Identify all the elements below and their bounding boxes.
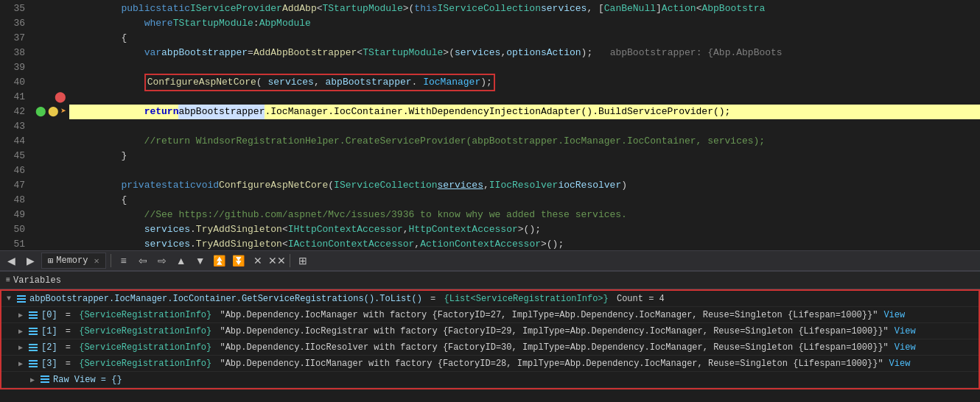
code-line-36: where TStartupModule : AbpModule [69,16,980,31]
svg-rect-16 [41,378,49,380]
toolbar-separator-1 [111,254,111,267]
memory-tab-icon: ⊞ [48,255,53,267]
code-line-49: //See https://github.com/aspnet/Mvc/issu… [69,208,980,222]
var-item-0[interactable]: ▶ [0] = {ServiceRegistrationInfo} "Abp.D… [1,307,979,323]
memory-toolbar[interactable]: ◀ ▶ ⊞ Memory ✕ ≡ ⇦ ⇨ ▲ ▼ ⏫ ⏬ ✕ ✕✕ ⊞ [0,250,980,271]
svg-rect-0 [17,295,26,297]
toolbar-btn-1[interactable]: ≡ [116,253,132,269]
expand-icon[interactable]: ▼ [4,295,13,303]
arrow-icon: ➤ [60,105,66,119]
code-line-38: var abpBootstrapper = AddAbpBootstrapper… [69,46,980,60]
run-icon: ⬤ [35,105,46,119]
list-icon-2 [28,342,38,353]
raw-view-label: Raw View = {} [53,375,122,385]
code-line-35: public static IServiceProvider AddAbp<TS… [69,1,980,16]
svg-rect-17 [41,381,49,383]
var-name-3: [3] [41,359,57,369]
svg-rect-7 [29,331,38,332]
var-type-1: {ServiceRegistrationInfo} [79,326,211,336]
var-type-0: {ServiceRegistrationInfo} [79,310,211,320]
expand-icon-1[interactable]: ▶ [16,327,25,336]
toolbar-btn-5[interactable]: ▼ [192,253,209,269]
var-link-3[interactable]: View [889,359,911,369]
var-val-0: "Abp.Dependency.IocManager with factory … [214,310,878,320]
toolbar-btn-9[interactable]: ✕✕ [269,253,285,269]
svg-rect-12 [29,360,38,362]
code-line-37: { [69,31,980,46]
expand-icon-3[interactable]: ▶ [16,359,25,368]
toolbar-btn-4[interactable]: ▲ [173,253,189,269]
warning-icon: ⬤ [48,105,59,119]
svg-rect-5 [29,317,38,319]
var-item-1[interactable]: ▶ [1] = {ServiceRegistrationInfo} "Abp.D… [1,323,979,339]
svg-rect-2 [17,301,26,303]
svg-rect-13 [29,363,38,364]
main-var-value: Count = 4 [612,294,665,304]
toolbar-btn-7[interactable]: ⏬ [231,253,247,269]
raw-view-row[interactable]: ▶ Raw View = {} [1,372,979,388]
main-var-equals: = [425,294,441,304]
main-variable-row[interactable]: ▼ abpBootstrapper.IocManager.IocContaine… [1,291,979,307]
bottom-section: ◀ ▶ ⊞ Memory ✕ ≡ ⇦ ⇨ ▲ ▼ ⏫ ⏬ ✕ ✕✕ ⊞ ≡ Va… [0,250,980,402]
var-type-2: {ServiceRegistrationInfo} [79,342,211,353]
error-icon: ⬤ [55,90,66,105]
svg-rect-14 [29,366,38,367]
code-line-51: services. TryAddSingleton< IActionContex… [69,237,980,250]
var-link-1[interactable]: View [895,326,916,336]
code-editor: 35 36 37 38 39 40 41 42 43 44 45 46 47 4… [0,0,980,250]
svg-rect-1 [17,298,26,300]
var-link-2[interactable]: View [895,342,916,353]
var-item-3[interactable]: ▶ [3] = {ServiceRegistrationInfo} "Abp.D… [1,356,979,372]
code-line-44: //return WindsorRegistrationHelper.Creat… [69,134,980,149]
code-lines[interactable]: public static IServiceProvider AddAbp<TS… [69,0,980,250]
var-name-0: [0] [41,310,57,320]
toolbar-btn-2[interactable]: ⇦ [135,253,151,269]
list-icon [16,294,27,304]
variables-header: ≡ Variables [0,272,980,289]
toolbar-btn-grid[interactable]: ⊞ [295,253,311,269]
svg-rect-11 [29,350,38,351]
variables-label: Variables [13,275,61,286]
toolbar-btn-8[interactable]: ✕ [250,253,266,269]
code-line-43 [69,119,980,134]
svg-rect-8 [29,334,38,335]
expand-icon-2[interactable]: ▶ [16,343,25,352]
nav-forward-button[interactable]: ▶ [22,253,38,269]
code-line-40: ConfigureAspNetCore( services, abpBootst… [69,75,980,90]
expand-icon-0[interactable]: ▶ [16,311,25,320]
var-val-3: "Abp.Dependency.IIocManager with factory… [214,359,883,369]
svg-rect-3 [29,311,38,313]
code-line-39 [69,60,980,75]
main-var-type: {List<ServiceRegistrationInfo>} [444,294,609,304]
toolbar-btn-6[interactable]: ⏫ [211,253,228,269]
svg-rect-4 [29,314,38,316]
memory-tab-label: Memory [56,255,88,266]
nav-back-button[interactable]: ◀ [3,253,19,269]
code-line-48: { [69,193,980,208]
memory-tab[interactable]: ⊞ Memory ✕ [41,253,106,269]
variables-content: ▼ abpBootstrapper.IocManager.IocContaine… [0,289,980,389]
svg-rect-10 [29,347,38,348]
code-line-41 [69,90,980,105]
code-line-45: } [69,149,980,163]
memory-tab-close[interactable]: ✕ [94,255,99,267]
raw-view-expand[interactable]: ▶ [28,375,37,384]
toolbar-btn-3[interactable]: ⇨ [154,253,170,269]
raw-view-icon [40,374,50,384]
var-name-1: [1] [41,326,57,336]
var-link-0[interactable]: View [883,310,905,320]
var-name-2: [2] [41,342,57,353]
svg-rect-15 [41,375,49,377]
var-type-3: {ServiceRegistrationInfo} [79,359,211,369]
code-line-42: return abpBootstrapper .IocManager.IocCo… [69,105,980,119]
list-icon-3 [28,359,38,369]
variables-panel: ≡ Variables ▼ abpBootstrapper.IocManager… [0,271,980,402]
toolbar-separator-2 [290,254,290,267]
list-icon-1 [28,326,38,336]
var-item-2[interactable]: ▶ [2] = {ServiceRegistrationInfo} "Abp.D… [1,339,979,356]
editor-gutter: ⬤ ⬤ ⬤ ➤ [31,0,69,250]
code-line-50: services. TryAddSingleton< IHttpContextA… [69,222,980,237]
variables-icon: ≡ [6,276,10,284]
list-icon-0 [28,310,38,320]
svg-rect-6 [29,328,38,329]
